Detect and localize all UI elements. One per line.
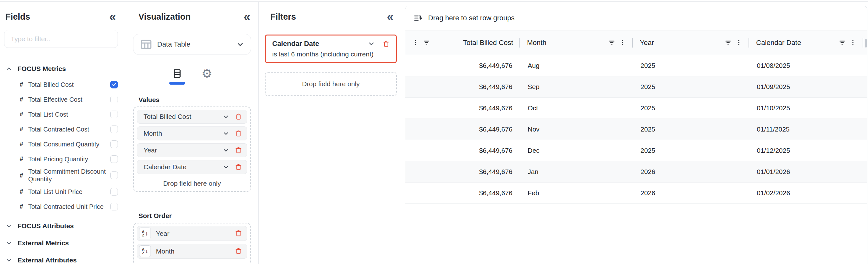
table-cell: 2025 (633, 98, 749, 119)
row-group-hint: Drag here to set row groups (428, 14, 515, 22)
trash-icon[interactable] (235, 146, 242, 154)
section-focus-attributes[interactable]: FOCUS Attributes (6, 221, 118, 231)
table-cell: $6,449,676 (405, 98, 520, 119)
chevron-down-icon[interactable] (222, 130, 229, 137)
trash-icon[interactable] (235, 247, 242, 255)
column-header-year[interactable]: Year (633, 30, 749, 55)
field-checkbox[interactable] (110, 155, 118, 163)
trash-icon[interactable] (235, 230, 242, 237)
chevron-down-icon (6, 257, 12, 263)
field-checkbox[interactable] (110, 96, 118, 103)
filter-icon[interactable] (839, 39, 846, 46)
kebab-menu-icon[interactable] (619, 39, 626, 46)
chart-type-selector[interactable]: Data Table (133, 34, 251, 55)
trash-icon[interactable] (235, 163, 242, 171)
table-cell: $6,449,676 (405, 161, 520, 182)
table-cell: 01/11/2025 (749, 119, 863, 140)
data-grid: Drag here to set row groups Total Billed… (405, 6, 867, 264)
collapse-visualization-panel-icon[interactable]: « (244, 12, 250, 22)
tab-settings[interactable]: ⚙ (199, 67, 215, 85)
field-search-input[interactable] (11, 35, 111, 43)
row-group-drop-bar[interactable]: Drag here to set row groups (405, 6, 867, 30)
table-row[interactable]: $6,449,676Sep202501/09/2025 (405, 77, 867, 98)
chevron-down-icon[interactable] (222, 147, 229, 154)
column-header-total-billed-cost[interactable]: Total Billed Cost (405, 30, 520, 55)
column-header-month[interactable]: Month (520, 30, 633, 55)
data-table-icon (140, 38, 152, 51)
field-item[interactable]: # Total Billed Cost (0, 77, 127, 92)
vertical-scrollbar-thumb[interactable] (865, 39, 867, 48)
section-focus-metrics[interactable]: FOCUS Metrics (6, 64, 118, 74)
filter-card-calendar-date[interactable]: Calendar Date is last 6 months (includin… (265, 34, 397, 63)
kebab-menu-icon[interactable] (412, 39, 419, 46)
field-item[interactable]: # Total Effective Cost (0, 92, 127, 107)
table-row[interactable]: $6,449,676Oct202501/10/2025 (405, 98, 867, 119)
chevron-down-icon[interactable] (368, 40, 375, 48)
filter-condition: is last 6 months (including current) (272, 50, 390, 58)
table-cell: Jan (520, 161, 633, 182)
kebab-menu-icon[interactable] (736, 39, 742, 46)
chevron-down-icon[interactable] (222, 113, 229, 120)
filter-icon[interactable] (608, 39, 615, 46)
value-pill[interactable]: Total Billed Cost (137, 110, 247, 124)
filter-drop-zone[interactable]: Drop field here only (265, 72, 397, 96)
values-section-label: Values (138, 96, 251, 104)
field-checkbox[interactable] (110, 172, 118, 179)
field-item[interactable]: # Total List Unit Price (0, 184, 127, 199)
table-cell: $6,449,676 (405, 119, 520, 140)
trash-icon[interactable] (382, 40, 390, 48)
table-row[interactable]: $6,449,676Feb202601/02/2026 (405, 182, 867, 204)
column-header-calendar-date[interactable]: Calendar Date (749, 30, 863, 55)
trash-icon[interactable] (235, 113, 242, 121)
field-item[interactable]: # Total Consumed Quantity (0, 137, 127, 151)
section-external-attributes[interactable]: External Attributes (6, 255, 118, 264)
field-item-label: Total Commitment Discount Quantity (28, 168, 110, 183)
fields-panel: Fields « FOCUS Metrics # Total Billed Co… (0, 2, 127, 264)
sort-direction-icon[interactable]: AZ↓ (139, 245, 151, 257)
sort-drop-zone[interactable]: AZ↓ Year AZ↓ Month Drop field here only (133, 223, 251, 264)
field-search[interactable] (4, 30, 118, 48)
chart-type-value: Data Table (157, 40, 236, 49)
field-item[interactable]: # Total List Cost (0, 107, 127, 122)
numeric-field-icon: # (20, 172, 28, 179)
table-cell: Nov (520, 119, 633, 140)
table-cell: 01/09/2025 (749, 77, 863, 97)
value-pill[interactable]: Calendar Date (137, 160, 247, 174)
field-checkbox[interactable] (110, 140, 118, 148)
field-item[interactable]: # Total Contracted Cost (0, 122, 127, 137)
values-drop-zone[interactable]: Total Billed Cost Month Year Calendar Da… (133, 107, 251, 192)
kebab-menu-icon[interactable] (849, 39, 856, 46)
field-item[interactable]: # Total Contracted Unit Price (0, 199, 127, 214)
field-item[interactable]: # Total Pricing Quantity (0, 151, 127, 166)
value-pill-label: Total Billed Cost (144, 113, 217, 120)
chevron-down-icon[interactable] (222, 164, 229, 171)
table-cell: 01/10/2025 (749, 98, 863, 119)
value-pill[interactable]: Month (137, 126, 247, 140)
field-item[interactable]: # Total Commitment Discount Quantity (0, 166, 127, 184)
table-row[interactable]: $6,449,676Dec202501/12/2025 (405, 140, 867, 161)
table-row[interactable]: $6,449,676Jan202601/01/2026 (405, 161, 867, 182)
field-item-label: Total List Cost (28, 111, 110, 118)
table-row[interactable]: $6,449,676Nov202501/11/2025 (405, 119, 867, 140)
table-cell: 01/01/2026 (749, 161, 863, 182)
filter-icon[interactable] (724, 39, 732, 46)
tab-data-fields[interactable] (169, 67, 185, 85)
field-checkbox[interactable] (110, 111, 118, 118)
collapse-fields-panel-icon[interactable]: « (109, 12, 116, 22)
collapse-filters-panel-icon[interactable]: « (387, 12, 394, 22)
sort-direction-icon[interactable]: AZ↓ (139, 228, 151, 239)
table-row[interactable]: $6,449,676Aug202501/08/2025 (405, 55, 867, 77)
visualization-panel: Visualization « Data Table ⚙ Values Tota… (127, 2, 258, 264)
sort-pill[interactable]: AZ↓ Year (137, 226, 247, 241)
field-checkbox[interactable] (110, 125, 118, 133)
field-checkbox[interactable] (110, 188, 118, 196)
field-checkbox[interactable] (110, 203, 118, 210)
numeric-field-icon: # (20, 203, 28, 210)
table-cell: 2025 (633, 55, 749, 76)
field-checkbox[interactable] (110, 81, 118, 88)
trash-icon[interactable] (235, 129, 242, 138)
sort-pill[interactable]: AZ↓ Month (137, 244, 247, 259)
section-external-metrics[interactable]: External Metrics (6, 238, 118, 248)
value-pill[interactable]: Year (137, 143, 247, 157)
filter-icon[interactable] (423, 39, 430, 46)
